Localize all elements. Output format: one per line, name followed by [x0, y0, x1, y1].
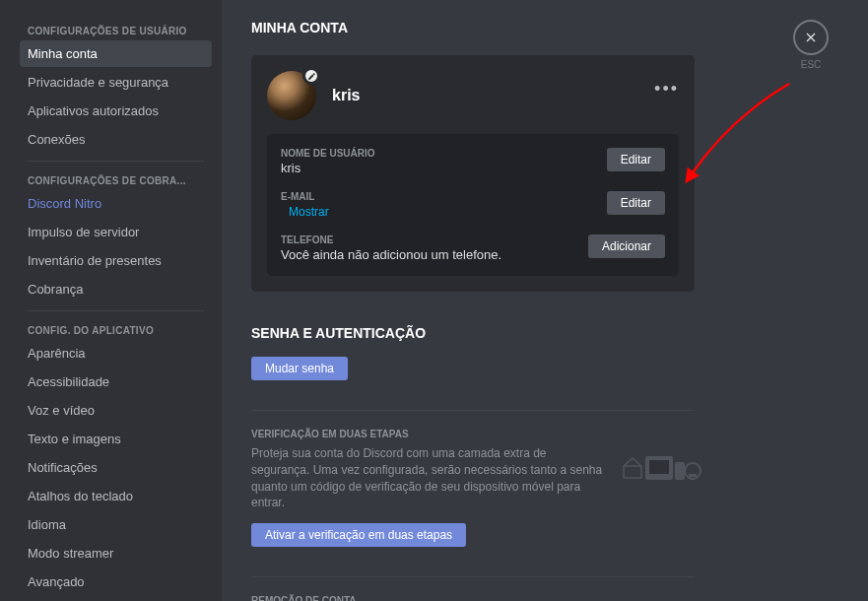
close-esc-label: ESC	[793, 59, 829, 70]
divider	[28, 161, 204, 162]
avatar[interactable]	[267, 71, 316, 120]
phone-label: TELEFONE	[281, 234, 588, 245]
email-value: Mostrar	[281, 204, 607, 219]
username-row: NOME DE USUÁRIO kris Editar	[281, 148, 665, 175]
profile-name: kris	[332, 87, 360, 104]
avatar-edit-badge[interactable]	[302, 67, 320, 85]
twofa-illustration	[616, 448, 704, 488]
close-settings: ESC	[793, 20, 829, 70]
sidebar-section-header: CONFIGURAÇÕES DE USUÁRIO	[20, 20, 212, 40]
password-title: SENHA E AUTENTICAÇÃO	[251, 325, 695, 341]
svg-rect-5	[675, 462, 685, 480]
settings-sidebar: CONFIGURAÇÕES DE USUÁRIOMinha contaPriva…	[0, 0, 222, 601]
svg-rect-7	[689, 474, 697, 477]
phone-value: Você ainda não adicionou um telefone.	[281, 247, 588, 262]
divider	[28, 310, 204, 311]
email-reveal-link[interactable]: Mostrar	[289, 205, 329, 219]
sidebar-item-invent-rio-de-presentes[interactable]: Inventário de presentes	[20, 247, 212, 274]
sidebar-item-discord-nitro[interactable]: Discord Nitro	[20, 190, 212, 217]
username-value: kris	[281, 161, 607, 175]
add-phone-button[interactable]: Adicionar	[588, 234, 665, 258]
sidebar-item-voz-e-v-deo[interactable]: Voz e vídeo	[20, 397, 212, 424]
removal-header: REMOÇÃO DE CONTA	[251, 595, 695, 601]
account-fields: NOME DE USUÁRIO kris Editar E-MAIL Mostr…	[267, 134, 679, 276]
profile-header: kris •••	[267, 71, 679, 120]
sidebar-item-conex-es[interactable]: Conexões	[20, 126, 212, 153]
sidebar-item-modo-streamer[interactable]: Modo streamer	[20, 540, 212, 567]
edit-username-button[interactable]: Editar	[607, 148, 665, 171]
enable-twofa-button[interactable]: Ativar a verificação em duas etapas	[251, 523, 466, 547]
more-menu-icon[interactable]: •••	[654, 79, 679, 100]
settings-main: ESC MINHA CONTA kris ••• NOME DE USUÁRIO…	[222, 0, 868, 601]
sidebar-item-privacidade-e-seguran-a[interactable]: Privacidade e segurança	[20, 69, 212, 96]
sidebar-item-notifica-es[interactable]: Notificações	[20, 454, 212, 481]
email-label: E-MAIL	[281, 191, 607, 202]
close-icon	[803, 30, 819, 45]
sidebar-item-texto-e-imagens[interactable]: Texto e imagens	[20, 426, 212, 452]
sidebar-item-idioma[interactable]: Idioma	[20, 511, 212, 538]
sidebar-section-header: CONFIGURAÇÕES DE COBRA...	[20, 169, 212, 190]
sidebar-item-apar-ncia[interactable]: Aparência	[20, 340, 212, 367]
svg-rect-8	[624, 466, 641, 478]
close-button[interactable]	[793, 20, 829, 55]
sidebar-item-impulso-de-servidor[interactable]: Impulso de servidor	[20, 219, 212, 245]
sidebar-item-aplicativos-autorizados[interactable]: Aplicativos autorizados	[20, 98, 212, 124]
divider	[251, 410, 695, 411]
username-label: NOME DE USUÁRIO	[281, 148, 607, 159]
email-row: E-MAIL Mostrar Editar	[281, 191, 665, 219]
sidebar-item-avan-ado[interactable]: Avançado	[20, 568, 212, 595]
sidebar-item-minha-conta[interactable]: Minha conta	[20, 40, 212, 67]
annotation-arrow	[681, 79, 809, 197]
twofa-header: VERIFICAÇÃO EM DUAS ETAPAS	[251, 429, 695, 439]
twofa-desc: Proteja sua conta do Discord com uma cam…	[251, 445, 606, 511]
divider	[251, 576, 695, 577]
svg-rect-4	[649, 460, 669, 474]
sidebar-item-atalhos-do-teclado[interactable]: Atalhos do teclado	[20, 483, 212, 509]
edit-email-button[interactable]: Editar	[607, 191, 665, 215]
page-title: MINHA CONTA	[251, 20, 829, 35]
sidebar-item-cobran-a[interactable]: Cobrança	[20, 276, 212, 302]
password-section: SENHA E AUTENTICAÇÃO Mudar senha VERIFIC…	[251, 325, 695, 601]
sidebar-section-header: CONFIG. DO APLICATIVO	[20, 319, 212, 340]
sidebar-item-acessibilidade[interactable]: Acessibilidade	[20, 368, 212, 395]
phone-row: TELEFONE Você ainda não adicionou um tel…	[281, 234, 665, 262]
account-card: kris ••• NOME DE USUÁRIO kris Editar E-M…	[251, 55, 695, 292]
change-password-button[interactable]: Mudar senha	[251, 357, 348, 380]
